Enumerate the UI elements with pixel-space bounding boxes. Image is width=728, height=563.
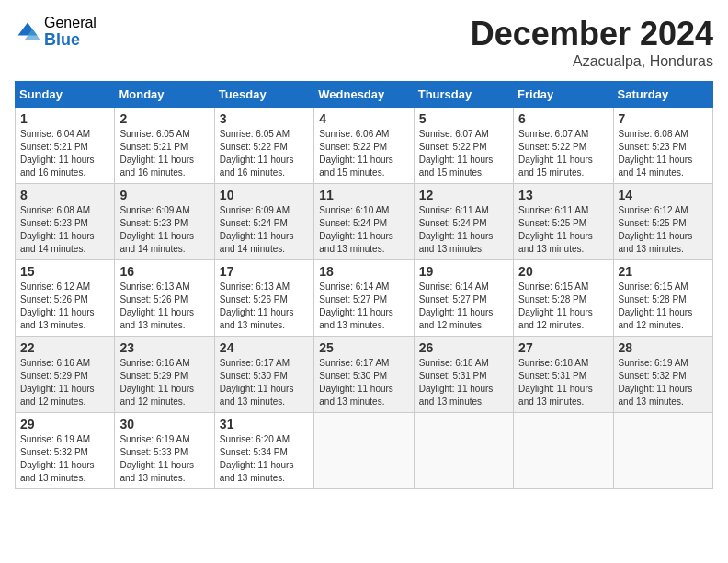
day-info: Sunrise: 6:09 AM Sunset: 5:23 PM Dayligh… <box>119 204 209 256</box>
day-info: Sunrise: 6:19 AM Sunset: 5:32 PM Dayligh… <box>20 433 109 485</box>
calendar-cell: 9 Sunrise: 6:09 AM Sunset: 5:23 PM Dayli… <box>115 184 214 260</box>
day-info: Sunrise: 6:17 AM Sunset: 5:30 PM Dayligh… <box>319 357 408 408</box>
calendar-cell <box>613 413 712 489</box>
calendar-cell: 26 Sunrise: 6:18 AM Sunset: 5:31 PM Dayl… <box>414 337 513 413</box>
calendar-cell: 25 Sunrise: 6:17 AM Sunset: 5:30 PM Dayl… <box>314 337 414 413</box>
logo: General Blue <box>15 15 97 49</box>
day-number: 8 <box>20 188 109 202</box>
day-number: 9 <box>119 188 209 202</box>
day-number: 23 <box>119 340 209 355</box>
week-row-1: 1 Sunrise: 6:04 AM Sunset: 5:21 PM Dayli… <box>16 108 713 184</box>
day-info: Sunrise: 6:12 AM Sunset: 5:26 PM Dayligh… <box>20 281 109 332</box>
day-info: Sunrise: 6:06 AM Sunset: 5:22 PM Dayligh… <box>319 128 408 179</box>
calendar-cell: 10 Sunrise: 6:09 AM Sunset: 5:24 PM Dayl… <box>214 184 313 260</box>
col-header-saturday: Saturday <box>613 82 712 108</box>
day-info: Sunrise: 6:16 AM Sunset: 5:29 PM Dayligh… <box>20 357 109 408</box>
day-number: 24 <box>220 340 309 355</box>
calendar-cell: 13 Sunrise: 6:11 AM Sunset: 5:25 PM Dayl… <box>514 184 613 260</box>
calendar-cell: 8 Sunrise: 6:08 AM Sunset: 5:23 PM Dayli… <box>16 184 115 260</box>
week-row-3: 15 Sunrise: 6:12 AM Sunset: 5:26 PM Dayl… <box>16 260 713 337</box>
calendar-cell: 6 Sunrise: 6:07 AM Sunset: 5:22 PM Dayli… <box>514 108 613 184</box>
calendar-cell: 16 Sunrise: 6:13 AM Sunset: 5:26 PM Dayl… <box>115 260 214 337</box>
day-info: Sunrise: 6:11 AM Sunset: 5:24 PM Dayligh… <box>419 204 508 256</box>
col-header-sunday: Sunday <box>16 82 115 108</box>
day-number: 17 <box>220 264 309 279</box>
day-number: 20 <box>518 264 608 279</box>
day-info: Sunrise: 6:19 AM Sunset: 5:33 PM Dayligh… <box>119 433 209 485</box>
calendar-cell: 14 Sunrise: 6:12 AM Sunset: 5:25 PM Dayl… <box>613 184 712 260</box>
col-header-thursday: Thursday <box>414 82 513 108</box>
calendar-cell <box>514 413 613 489</box>
day-number: 21 <box>619 264 708 279</box>
week-row-2: 8 Sunrise: 6:08 AM Sunset: 5:23 PM Dayli… <box>16 184 713 260</box>
day-info: Sunrise: 6:14 AM Sunset: 5:27 PM Dayligh… <box>419 281 508 332</box>
col-header-friday: Friday <box>514 82 613 108</box>
day-info: Sunrise: 6:13 AM Sunset: 5:26 PM Dayligh… <box>119 281 209 332</box>
calendar-cell: 24 Sunrise: 6:17 AM Sunset: 5:30 PM Dayl… <box>214 337 313 413</box>
day-number: 16 <box>119 264 209 279</box>
day-number: 13 <box>518 188 608 202</box>
calendar-cell: 20 Sunrise: 6:15 AM Sunset: 5:28 PM Dayl… <box>514 260 613 337</box>
day-number: 28 <box>619 340 708 355</box>
day-number: 2 <box>119 111 209 126</box>
calendar-cell: 23 Sunrise: 6:16 AM Sunset: 5:29 PM Dayl… <box>115 337 214 413</box>
calendar-cell: 1 Sunrise: 6:04 AM Sunset: 5:21 PM Dayli… <box>16 108 115 184</box>
day-number: 29 <box>20 417 109 431</box>
calendar-header-row: SundayMondayTuesdayWednesdayThursdayFrid… <box>16 82 713 108</box>
page-header: General Blue December 2024 Azacualpa, Ho… <box>15 15 713 70</box>
day-number: 12 <box>419 188 508 202</box>
day-number: 15 <box>20 264 109 279</box>
calendar-cell: 2 Sunrise: 6:05 AM Sunset: 5:21 PM Dayli… <box>115 108 214 184</box>
day-number: 11 <box>319 188 408 202</box>
day-info: Sunrise: 6:09 AM Sunset: 5:24 PM Dayligh… <box>220 204 309 256</box>
day-info: Sunrise: 6:08 AM Sunset: 5:23 PM Dayligh… <box>619 128 708 179</box>
location: Azacualpa, Honduras <box>471 53 713 70</box>
day-info: Sunrise: 6:12 AM Sunset: 5:25 PM Dayligh… <box>619 204 708 256</box>
day-info: Sunrise: 6:08 AM Sunset: 5:23 PM Dayligh… <box>20 204 109 256</box>
week-row-4: 22 Sunrise: 6:16 AM Sunset: 5:29 PM Dayl… <box>16 337 713 413</box>
day-info: Sunrise: 6:19 AM Sunset: 5:32 PM Dayligh… <box>619 357 708 408</box>
calendar-cell: 7 Sunrise: 6:08 AM Sunset: 5:23 PM Dayli… <box>613 108 712 184</box>
day-info: Sunrise: 6:13 AM Sunset: 5:26 PM Dayligh… <box>220 281 309 332</box>
day-number: 1 <box>20 111 109 126</box>
calendar-cell: 18 Sunrise: 6:14 AM Sunset: 5:27 PM Dayl… <box>314 260 414 337</box>
week-row-5: 29 Sunrise: 6:19 AM Sunset: 5:32 PM Dayl… <box>16 413 713 489</box>
day-number: 30 <box>119 417 209 431</box>
day-info: Sunrise: 6:15 AM Sunset: 5:28 PM Dayligh… <box>518 281 608 332</box>
day-info: Sunrise: 6:07 AM Sunset: 5:22 PM Dayligh… <box>419 128 508 179</box>
calendar-cell: 12 Sunrise: 6:11 AM Sunset: 5:24 PM Dayl… <box>414 184 513 260</box>
calendar-cell: 29 Sunrise: 6:19 AM Sunset: 5:32 PM Dayl… <box>16 413 115 489</box>
day-info: Sunrise: 6:16 AM Sunset: 5:29 PM Dayligh… <box>119 357 209 408</box>
calendar-cell: 28 Sunrise: 6:19 AM Sunset: 5:32 PM Dayl… <box>613 337 712 413</box>
day-number: 19 <box>419 264 508 279</box>
day-info: Sunrise: 6:07 AM Sunset: 5:22 PM Dayligh… <box>518 128 608 179</box>
day-info: Sunrise: 6:20 AM Sunset: 5:34 PM Dayligh… <box>220 433 309 485</box>
day-number: 27 <box>518 340 608 355</box>
logo-text: General Blue <box>44 15 97 49</box>
calendar-cell: 30 Sunrise: 6:19 AM Sunset: 5:33 PM Dayl… <box>115 413 214 489</box>
day-number: 22 <box>20 340 109 355</box>
calendar-cell: 4 Sunrise: 6:06 AM Sunset: 5:22 PM Dayli… <box>314 108 414 184</box>
calendar-cell: 11 Sunrise: 6:10 AM Sunset: 5:24 PM Dayl… <box>314 184 414 260</box>
day-number: 25 <box>319 340 408 355</box>
day-info: Sunrise: 6:11 AM Sunset: 5:25 PM Dayligh… <box>518 204 608 256</box>
day-info: Sunrise: 6:05 AM Sunset: 5:22 PM Dayligh… <box>220 128 309 179</box>
day-info: Sunrise: 6:18 AM Sunset: 5:31 PM Dayligh… <box>419 357 508 408</box>
calendar-cell: 31 Sunrise: 6:20 AM Sunset: 5:34 PM Dayl… <box>214 413 313 489</box>
day-info: Sunrise: 6:17 AM Sunset: 5:30 PM Dayligh… <box>220 357 309 408</box>
calendar-cell <box>414 413 513 489</box>
calendar-cell: 22 Sunrise: 6:16 AM Sunset: 5:29 PM Dayl… <box>16 337 115 413</box>
logo-icon <box>15 19 40 45</box>
day-info: Sunrise: 6:18 AM Sunset: 5:31 PM Dayligh… <box>518 357 608 408</box>
day-number: 31 <box>220 417 309 431</box>
day-number: 5 <box>419 111 508 126</box>
day-number: 10 <box>220 188 309 202</box>
col-header-wednesday: Wednesday <box>314 82 414 108</box>
day-info: Sunrise: 6:10 AM Sunset: 5:24 PM Dayligh… <box>319 204 408 256</box>
day-info: Sunrise: 6:14 AM Sunset: 5:27 PM Dayligh… <box>319 281 408 332</box>
calendar-cell: 17 Sunrise: 6:13 AM Sunset: 5:26 PM Dayl… <box>214 260 313 337</box>
day-number: 26 <box>419 340 508 355</box>
month-title: December 2024 <box>471 15 713 53</box>
calendar-cell: 5 Sunrise: 6:07 AM Sunset: 5:22 PM Dayli… <box>414 108 513 184</box>
title-block: December 2024 Azacualpa, Honduras <box>471 15 713 70</box>
